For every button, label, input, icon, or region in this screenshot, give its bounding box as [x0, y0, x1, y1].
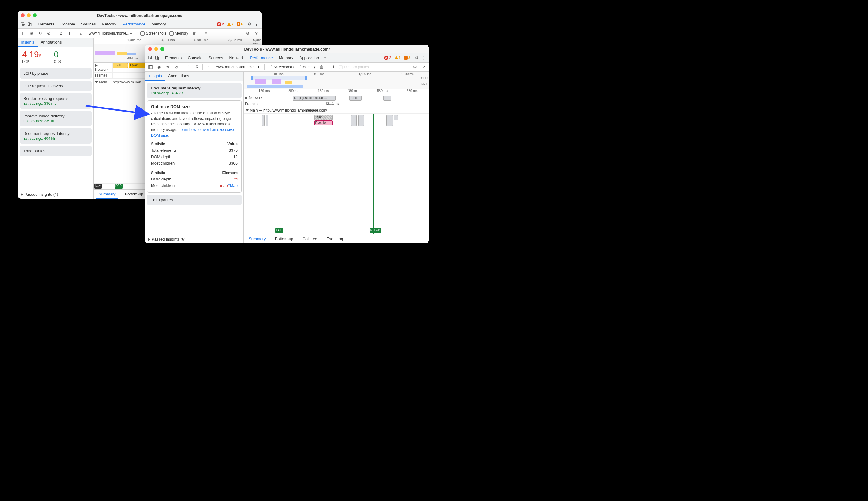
device-icon[interactable]: [27, 21, 32, 27]
tab-console[interactable]: Console: [58, 20, 77, 28]
passed-insights-toggle[interactable]: Passed insights (6): [145, 235, 243, 243]
insight-card-optimize-dom[interactable]: Optimize DOM size A large DOM can increa…: [147, 100, 242, 193]
toggle-panel-icon[interactable]: [20, 31, 26, 36]
trash-icon[interactable]: 🗑: [318, 64, 324, 70]
help-icon[interactable]: ?: [253, 31, 259, 36]
gear-icon[interactable]: ⚙: [245, 31, 251, 36]
home-icon[interactable]: ⌂: [206, 64, 211, 70]
stat-row: Total elements3370: [151, 147, 238, 153]
insight-card-doc-latency[interactable]: Document request latency Est savings: 40…: [147, 83, 242, 98]
collapse-icon[interactable]: ⇞: [203, 31, 209, 36]
tab-insights[interactable]: Insights: [145, 72, 165, 81]
insight-card-third-parties[interactable]: Third parties: [147, 194, 242, 205]
error-badge[interactable]: ✕2: [217, 22, 224, 26]
kebab-icon[interactable]: ⋮: [421, 55, 426, 61]
tab-bottom-up[interactable]: Bottom-up: [273, 235, 296, 243]
warning-badge[interactable]: 1: [394, 55, 401, 60]
warning-badge[interactable]: 7: [227, 22, 234, 26]
trash-icon[interactable]: 🗑: [191, 31, 197, 36]
tab-summary[interactable]: Summary: [246, 235, 268, 243]
tab-sources[interactable]: Sources: [79, 20, 98, 28]
sidebar-tabs: Insights Annotations: [145, 72, 243, 81]
inspect-icon[interactable]: [20, 21, 26, 27]
lcp-metric[interactable]: 4.19s LCP: [22, 50, 42, 64]
tab-insights[interactable]: Insights: [18, 38, 38, 47]
help-icon[interactable]: ?: [421, 64, 426, 70]
tab-elements[interactable]: Elements: [163, 54, 184, 62]
minimize-icon[interactable]: [154, 47, 158, 51]
toggle-panel-icon[interactable]: [148, 64, 153, 70]
screenshots-checkbox[interactable]: Screenshots: [140, 31, 166, 35]
reload-icon[interactable]: ↻: [37, 31, 43, 36]
download-icon[interactable]: ↧: [194, 64, 199, 70]
overview-minimap[interactable]: 489 ms 989 ms 1,489 ms 1,989 ms CPU NET: [244, 72, 429, 89]
error-badge[interactable]: ✕2: [384, 55, 391, 60]
maximize-icon[interactable]: [161, 47, 164, 51]
tab-bottom-up[interactable]: Bottom-up: [122, 190, 146, 198]
tab-memory[interactable]: Memory: [276, 54, 296, 62]
dim-third-parties[interactable]: Dim 3rd parties: [339, 65, 369, 69]
cls-metric[interactable]: 0 CLS: [54, 50, 61, 64]
issues-badge[interactable]: !6: [237, 22, 243, 26]
tab-annotations[interactable]: Annotations: [165, 72, 192, 81]
insight-card[interactable]: Third parties: [20, 146, 91, 156]
upload-icon[interactable]: ↥: [58, 31, 63, 36]
gear-icon[interactable]: ⚙: [414, 55, 420, 61]
insight-card[interactable]: Document request latencyEst savings: 404…: [20, 128, 91, 144]
tab-sources[interactable]: Sources: [206, 54, 226, 62]
tab-summary[interactable]: Summary: [96, 190, 118, 199]
close-icon[interactable]: [21, 13, 24, 17]
tab-network[interactable]: Network: [99, 20, 119, 28]
tab-performance[interactable]: Performance: [120, 20, 148, 29]
clear-icon[interactable]: ⊘: [46, 31, 52, 36]
upload-icon[interactable]: ↥: [185, 64, 191, 70]
memory-checkbox[interactable]: Memory: [170, 31, 188, 35]
issues-badge[interactable]: !3: [404, 55, 410, 60]
tab-console[interactable]: Console: [185, 54, 205, 62]
screenshots-checkbox[interactable]: Screenshots: [268, 65, 294, 69]
insight-card[interactable]: Render blocking requestsEst savings: 336…: [20, 93, 91, 109]
insight-card[interactable]: LCP request discovery: [20, 81, 91, 91]
kebab-icon[interactable]: ⋮: [253, 21, 259, 27]
close-icon[interactable]: [148, 47, 152, 51]
device-icon[interactable]: [154, 55, 160, 61]
url-selector[interactable]: www.milliondollarhome... ▾: [214, 64, 261, 70]
tab-call-tree[interactable]: Call tree: [300, 235, 320, 243]
timeline-panel[interactable]: 489 ms 989 ms 1,489 ms 1,989 ms CPU NET …: [244, 72, 429, 243]
passed-insights-toggle[interactable]: Passed insights (4): [18, 190, 94, 199]
tab-event-log[interactable]: Event log: [324, 235, 346, 243]
memory-checkbox[interactable]: Memory: [297, 65, 315, 69]
tab-performance[interactable]: Performance: [248, 54, 275, 62]
main-track-header[interactable]: Main — http://www.milliondollarhomepage.…: [244, 107, 429, 114]
tab-network[interactable]: Network: [227, 54, 247, 62]
gear-icon[interactable]: ⚙: [412, 64, 418, 70]
tab-annotations[interactable]: Annotations: [38, 38, 65, 47]
network-track[interactable]: ▶ Network t.php (c.statcounter.co... arh…: [244, 95, 429, 101]
collapse-icon[interactable]: ⇞: [330, 64, 336, 70]
more-tabs-icon[interactable]: »: [323, 55, 328, 61]
url-selector[interactable]: www.milliondollarhome... ▾: [87, 31, 134, 36]
frames-track[interactable]: Frames 321.1 ms: [244, 101, 429, 107]
element-stat-row[interactable]: Most childrenmap#Map: [151, 182, 238, 189]
record-icon[interactable]: ◉: [29, 31, 34, 36]
overview-ruler[interactable]: 1,984 ms 3,984 ms 5,984 ms 7,984 ms 9,98…: [94, 38, 262, 44]
flamechart-area[interactable]: Task Rec...le FCP D LCP: [244, 114, 429, 234]
clear-icon[interactable]: ⊘: [173, 64, 179, 70]
record-icon[interactable]: ◉: [156, 64, 162, 70]
gear-icon[interactable]: ⚙: [247, 21, 252, 27]
reload-icon[interactable]: ↻: [165, 64, 170, 70]
minimize-icon[interactable]: [27, 13, 31, 17]
insight-card[interactable]: Improve image deliveryEst savings: 239 k…: [20, 110, 91, 126]
home-icon[interactable]: ⌂: [78, 31, 84, 36]
tab-memory[interactable]: Memory: [149, 20, 169, 28]
element-stat-row[interactable]: DOM depthtd: [151, 176, 238, 182]
download-icon[interactable]: ↧: [66, 31, 72, 36]
maximize-icon[interactable]: [33, 13, 37, 17]
more-tabs-icon[interactable]: »: [170, 21, 175, 27]
tab-elements[interactable]: Elements: [35, 20, 57, 28]
insight-card[interactable]: LCP by phase: [20, 68, 91, 79]
svg-rect-6: [155, 56, 158, 60]
flame-ruler[interactable]: 189 ms 289 ms 389 ms 489 ms 589 ms 689 m…: [244, 89, 429, 95]
inspect-icon[interactable]: [148, 55, 153, 61]
tab-application[interactable]: Application: [297, 54, 322, 62]
